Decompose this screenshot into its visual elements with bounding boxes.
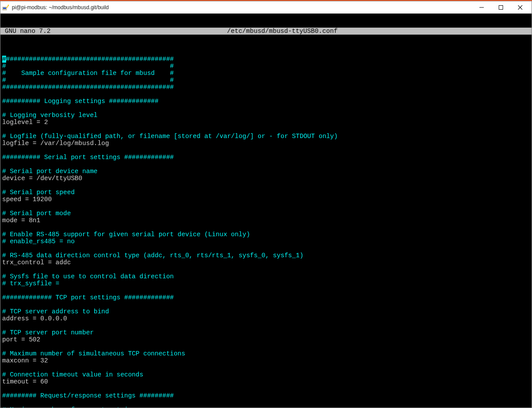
- editor-line: trx_control = addc: [2, 259, 530, 266]
- editor-line: maxconn = 32: [2, 357, 530, 364]
- editor-line: # #: [2, 77, 530, 84]
- editor-line: [2, 322, 530, 329]
- maximize-icon: [499, 5, 503, 10]
- editor-line: address = 0.0.0.0: [2, 315, 530, 322]
- editor-line: # trx_sysfile =: [2, 280, 530, 287]
- editor-line: ######### Request/response settings ####…: [2, 392, 530, 399]
- editor-line: [2, 224, 530, 231]
- editor-line: [2, 343, 530, 350]
- editor-line: # Logfile (fully-qualified path, or file…: [2, 133, 530, 140]
- editor-line: [2, 203, 530, 210]
- editor-line: # Sample configuration file for mbusd #: [2, 70, 530, 77]
- editor-line: # Logging verbosity level: [2, 112, 530, 119]
- editor-line: # Serial port mode: [2, 210, 530, 217]
- editor-line: speed = 19200: [2, 196, 530, 203]
- editor-line: [2, 182, 530, 189]
- editor-line: # Serial port device name: [2, 168, 530, 175]
- editor-line: # Enable RS-485 support for given serial…: [2, 231, 530, 238]
- editor-line: # Sysfs file to use to control data dire…: [2, 273, 530, 280]
- editor-line: [2, 399, 530, 406]
- editor-line: logfile = /var/log/mbusd.log: [2, 140, 530, 147]
- svg-point-3: [8, 4, 9, 6]
- editor-line: [2, 245, 530, 252]
- editor-line: [2, 385, 530, 392]
- nano-filename: /etc/mbusd/mbusd-ttyUSB0.conf: [50, 28, 514, 35]
- editor-line: mode = 8n1: [2, 217, 530, 224]
- editor-line: # Maximum number of simultaneous TCP con…: [2, 350, 530, 357]
- close-button[interactable]: [511, 2, 530, 13]
- editor-line: ############# TCP port settings ########…: [2, 294, 530, 301]
- editor-line: loglevel = 2: [2, 119, 530, 126]
- editor-line: [2, 91, 530, 98]
- putty-icon: [2, 4, 9, 11]
- svg-rect-5: [499, 5, 503, 9]
- editor-line: [2, 105, 530, 112]
- editor-line: # Connection timeout value in seconds: [2, 371, 530, 378]
- editor-line: [2, 161, 530, 168]
- cursor: #: [2, 56, 6, 63]
- editor-line: device = /dev/ttyUSB0: [2, 175, 530, 182]
- svg-rect-1: [3, 7, 6, 9]
- editor-line: ########## Serial port settings ########…: [2, 154, 530, 161]
- editor-line: timeout = 60: [2, 378, 530, 385]
- editor-line: # Serial port speed: [2, 189, 530, 196]
- svg-line-2: [7, 6, 8, 8]
- terminal[interactable]: GNU nano 7.2 /etc/mbusd/mbusd-ttyUSB0.co…: [0, 14, 532, 408]
- editor-line: # TCP server address to bind: [2, 308, 530, 315]
- editor-line: [2, 287, 530, 294]
- nano-header: GNU nano 7.2 /etc/mbusd/mbusd-ttyUSB0.co…: [0, 28, 532, 35]
- window-frame: pi@pi-modbus: ~/modbus/mbusd.git/build G…: [0, 1, 532, 408]
- editor-line: ########## Logging settings ############…: [2, 98, 530, 105]
- editor-line: port = 502: [2, 336, 530, 343]
- editor-line: # TCP server port number: [2, 329, 530, 336]
- editor-line: ########################################…: [2, 84, 530, 91]
- editor-line: [2, 147, 530, 154]
- minimize-button[interactable]: [472, 2, 491, 13]
- titlebar[interactable]: pi@pi-modbus: ~/modbus/mbusd.git/build: [0, 1, 532, 14]
- nano-app-name: GNU nano 7.2: [0, 28, 50, 35]
- editor-line: [2, 364, 530, 371]
- editor-line: ########################################…: [2, 56, 530, 63]
- editor-line: # enable_rs485 = no: [2, 238, 530, 245]
- window-title: pi@pi-modbus: ~/modbus/mbusd.git/build: [12, 4, 109, 11]
- editor-line: [2, 266, 530, 273]
- editor-line: # RS-485 data direction control type (ad…: [2, 252, 530, 259]
- editor-line: [2, 301, 530, 308]
- close-icon: [518, 5, 522, 10]
- maximize-button[interactable]: [491, 2, 511, 13]
- editor-body[interactable]: ########################################…: [2, 56, 530, 408]
- minimize-icon: [479, 5, 484, 10]
- editor-line: # Maximum number of request retries: [2, 406, 530, 408]
- editor-line: # #: [2, 63, 530, 70]
- editor-line: [2, 126, 530, 133]
